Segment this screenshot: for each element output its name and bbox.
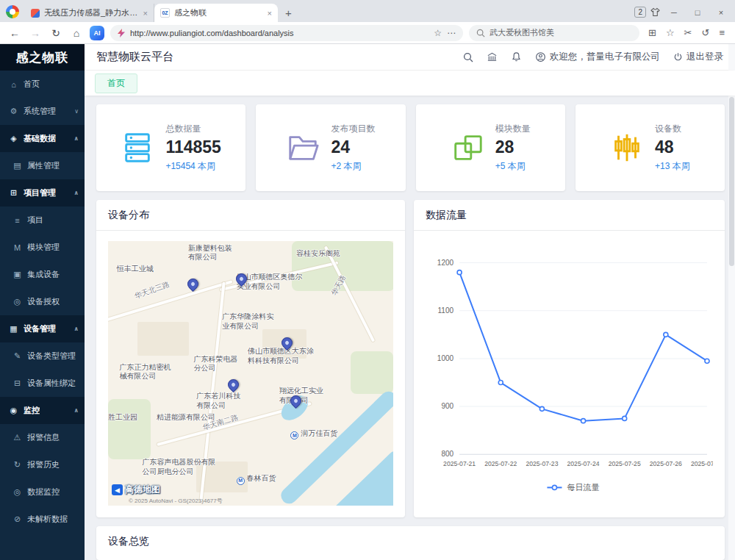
browser-logo-icon[interactable] <box>6 5 19 18</box>
stat-card-projects: 发布项目数 24 +2 本周 <box>256 104 405 191</box>
close-tab-icon[interactable]: × <box>143 9 148 18</box>
sidebar-item-project-mgmt[interactable]: ⊞项目管理∧ <box>0 179 85 207</box>
sidebar-item-projects[interactable]: ≡项目 <box>0 207 85 234</box>
close-tab-icon[interactable]: × <box>268 9 272 18</box>
page-tabs-strip: 首页 <box>85 71 735 96</box>
main-area: 智慧物联云平台 欢迎您，普量电子有限公司 <box>85 44 735 560</box>
sidebar-item-module-mgmt[interactable]: M模块管理 <box>0 234 85 261</box>
power-icon <box>673 52 683 62</box>
favorites-icon[interactable]: ☆ <box>666 27 675 38</box>
metro-station-icon: M <box>237 477 245 485</box>
auth-icon: ◎ <box>12 297 22 306</box>
toolbar-icons: ⊞ ☆ ✂ ↺ ≡ <box>645 27 728 38</box>
user-welcome[interactable]: 欢迎您，普量电子有限公司 <box>535 51 660 63</box>
sidebar-item-label: 设备授权 <box>27 296 60 307</box>
sidebar-item-label: 设备管理 <box>24 323 56 334</box>
url-text[interactable]: http://www.puliangiot.com/dashboard/anal… <box>130 29 429 37</box>
scrollbar-thumb[interactable] <box>729 97 734 266</box>
sidebar-item-label: 项目管理 <box>24 187 56 198</box>
database-icon <box>121 131 154 165</box>
refresh-button[interactable]: ↻ <box>49 27 63 39</box>
maximize-button[interactable]: □ <box>688 8 707 17</box>
monitor-icon: ◉ <box>9 406 18 415</box>
sidebar-item-label: 设备属性绑定 <box>27 378 76 389</box>
gear-icon: ⚙ <box>9 107 18 116</box>
stat-value: 114855 <box>165 138 220 157</box>
bookmark-star-icon[interactable]: ☆ <box>434 28 442 38</box>
map-place-label: 翔远化工实业有限公司 <box>279 387 326 405</box>
notifications-bell-icon[interactable] <box>511 51 522 62</box>
sidebar-item-label: 项目 <box>27 215 43 226</box>
browser-tab-ganzhi[interactable]: 0Z 感之物联 × <box>154 4 278 22</box>
stat-label: 总数据量 <box>165 123 220 135</box>
search-suggestion-text[interactable]: 武大爱秋图书馆美 <box>490 27 554 38</box>
map-place-label: 广东正力精密机械有限公司 <box>120 363 176 381</box>
apps-grid-icon[interactable]: ⊞ <box>648 27 656 38</box>
sidebar-item-label: 模块管理 <box>27 242 60 253</box>
map-place-label: 恒丰工业城 <box>117 265 154 274</box>
sidebar-item-attr-mgmt[interactable]: ▤属性管理 <box>0 152 85 179</box>
map-place-label: 广东科荣电器分公司 <box>193 355 237 373</box>
sidebar-item-home[interactable]: ⌂首页 <box>0 71 85 98</box>
screenshot-scissors-icon[interactable]: ✂ <box>684 27 692 38</box>
more-actions-icon[interactable]: ⋯ <box>447 28 456 38</box>
modules-icon <box>451 131 484 165</box>
stat-delta: +5 本周 <box>495 160 531 173</box>
map-place-label: 广东若川科技有限公司 <box>196 392 243 410</box>
new-tab-button[interactable]: + <box>278 7 299 22</box>
close-button[interactable]: × <box>711 8 731 17</box>
device-map[interactable]: ◀ 高德地图 © 2025 AutoNavi - GS(2023)4677号 新… <box>108 241 393 506</box>
stat-card-total-data: 总数据量 114855 +15454 本周 <box>96 104 245 191</box>
multi-window-badge[interactable]: 2 <box>634 7 646 18</box>
logout-button[interactable]: 退出登录 <box>673 51 723 63</box>
theme-icon[interactable] <box>650 7 660 17</box>
tab-favicon-icon: 0Z <box>160 8 170 18</box>
search-icon[interactable] <box>463 52 473 62</box>
sidebar-item-integrated-devices[interactable]: ▣集成设备 <box>0 261 85 288</box>
minimize-button[interactable]: ─ <box>664 8 684 17</box>
svg-text:2025-07-22: 2025-07-22 <box>484 460 517 467</box>
sidebar-item-unparsed-data[interactable]: ⊘未解析数据 <box>0 506 85 533</box>
header-actions: 欢迎您，普量电子有限公司 退出登录 <box>463 51 723 63</box>
stat-card-devices: 设备数 48 +13 本周 <box>576 104 725 191</box>
sidebar-item-device-mgmt[interactable]: ▦设备管理∧ <box>0 315 85 342</box>
svg-text:900: 900 <box>441 402 453 410</box>
back-button[interactable]: ← <box>7 27 22 39</box>
welcome-text: 欢迎您，普量电子有限公司 <box>550 51 660 63</box>
menu-icon[interactable]: ≡ <box>719 27 725 38</box>
sidebar-item-data-monitor[interactable]: ◎数据监控 <box>0 478 85 506</box>
home-button[interactable]: ⌂ <box>69 27 84 39</box>
ai-assistant-button[interactable]: AI <box>90 26 104 40</box>
stat-value: 28 <box>495 138 531 157</box>
map-place-label: 新康塑料包装有限公司 <box>188 244 238 262</box>
sidebar-item-base-data[interactable]: ◈基础数据∧ <box>0 125 85 152</box>
sidebar-item-device-attr-bind[interactable]: ⊟设备属性绑定 <box>0 370 85 397</box>
app-header: 智慧物联云平台 欢迎您，普量电子有限公司 <box>85 44 735 71</box>
map-place-label: 精进能源有限公司 <box>157 413 215 423</box>
app-logo: 感之物联 <box>0 44 85 71</box>
browser-search-box[interactable]: 武大爱秋图书馆美 <box>469 25 639 41</box>
sidebar-item-label: 设备类型管理 <box>27 351 76 362</box>
sidebar-item-system-mgmt[interactable]: ⚙系统管理∨ <box>0 98 85 125</box>
organization-icon[interactable] <box>487 51 498 62</box>
tab-home[interactable]: 首页 <box>95 73 137 93</box>
panel-title: 设备分布 <box>96 200 405 231</box>
sidebar-item-device-auth[interactable]: ◎设备授权 <box>0 288 85 315</box>
sidebar-item-alarm-info[interactable]: ⚠报警信息 <box>0 424 85 451</box>
svg-text:1100: 1100 <box>438 306 454 315</box>
svg-text:2025-07-25: 2025-07-25 <box>609 460 641 467</box>
scrollbar[interactable] <box>728 44 735 560</box>
forward-button[interactable]: → <box>28 27 43 39</box>
address-bar[interactable]: http://www.puliangiot.com/dashboard/anal… <box>110 25 463 41</box>
sidebar-item-device-type-mgmt[interactable]: ✎设备类型管理 <box>0 342 85 370</box>
device-overview-panel: 设备总览 <box>96 526 725 560</box>
amap-logo: ◀ 高德地图 <box>112 484 160 496</box>
history-undo-icon[interactable]: ↺ <box>702 27 710 38</box>
sidebar-item-alarm-history[interactable]: ↻报警历史 <box>0 451 85 478</box>
amap-logo-text: 高德地图 <box>125 484 160 496</box>
pin-icon <box>226 377 241 392</box>
stat-value: 48 <box>655 138 690 157</box>
sidebar-item-label: 未解析数据 <box>27 514 68 525</box>
sidebar-item-monitoring[interactable]: ◉监控∧ <box>0 397 85 424</box>
browser-tab-sensor[interactable]: 无线压力传感器_静力水准仪 × <box>25 4 154 22</box>
